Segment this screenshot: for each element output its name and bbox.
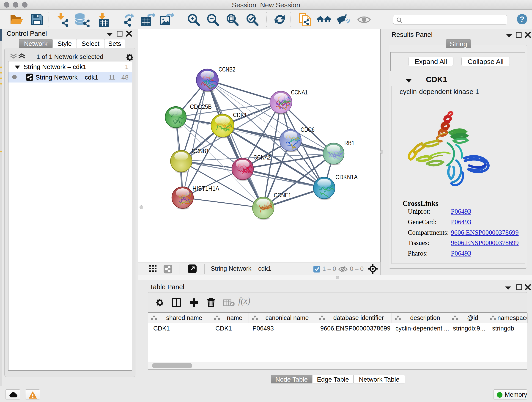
svg-text:CCNA2: CCNA2 xyxy=(253,154,271,161)
svg-text:CCNE1: CCNE1 xyxy=(274,191,291,199)
svg-text:CCNA1: CCNA1 xyxy=(291,89,308,96)
svg-text:CDK1: CDK1 xyxy=(233,111,247,119)
svg-text:HIST1H1A: HIST1H1A xyxy=(192,185,219,192)
svg-text:CDC6: CDC6 xyxy=(301,126,315,133)
svg-text:CDC25B: CDC25B xyxy=(190,103,212,110)
svg-text:CDKN1A: CDKN1A xyxy=(336,173,358,181)
svg-text:RB1: RB1 xyxy=(344,139,355,147)
svg-text:CCNB1: CCNB1 xyxy=(192,147,209,154)
svg-text:CCNB2: CCNB2 xyxy=(219,66,235,73)
